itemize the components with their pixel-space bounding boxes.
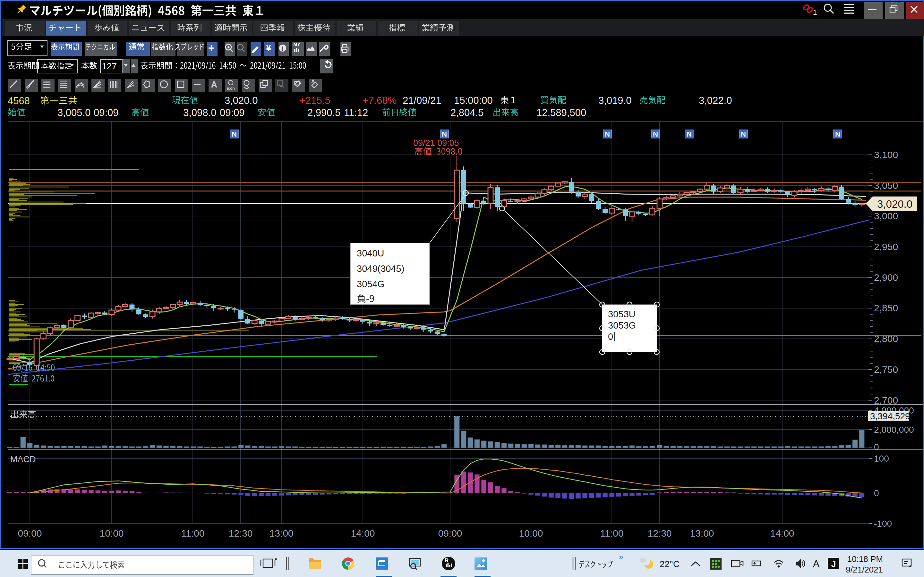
svg-text:3,019.0: 3,019.0	[598, 95, 632, 106]
svg-text:12,589,500: 12,589,500	[536, 107, 586, 118]
svg-text:N: N	[442, 130, 447, 138]
svg-text:J: J	[831, 559, 836, 569]
svg-text:10:00: 10:00	[519, 528, 543, 538]
svg-text:9/21/2021: 9/21/2021	[846, 565, 883, 574]
svg-text:11:12: 11:12	[344, 107, 368, 118]
svg-text:A: A	[813, 558, 820, 570]
svg-text:13:00: 13:00	[690, 528, 714, 538]
svg-text:09:09: 09:09	[94, 107, 119, 118]
svg-text:3,005.0: 3,005.0	[57, 107, 90, 118]
svg-text:22°C: 22°C	[660, 559, 680, 569]
svg-text:3,000: 3,000	[874, 211, 898, 221]
svg-text:3,050: 3,050	[874, 180, 898, 191]
svg-text:11:00: 11:00	[181, 528, 205, 538]
svg-text:N: N	[605, 130, 610, 138]
svg-text:MACD: MACD	[10, 455, 36, 464]
svg-text:¥: ¥	[266, 43, 271, 53]
svg-text:N: N	[835, 130, 840, 138]
svg-text:3,022.0: 3,022.0	[699, 95, 732, 106]
svg-text:3053G: 3053G	[608, 320, 636, 330]
svg-text:0: 0	[874, 442, 879, 452]
svg-text:A: A	[211, 80, 217, 89]
svg-text:0: 0	[874, 488, 879, 498]
svg-text:3053U: 3053U	[608, 309, 635, 319]
svg-text:09:00: 09:00	[438, 528, 462, 538]
svg-text:21/09/21: 21/09/21	[403, 95, 441, 106]
svg-text:3,394,529: 3,394,529	[870, 411, 910, 421]
svg-text:10:00: 10:00	[99, 528, 124, 538]
svg-text:+215.5: +215.5	[300, 95, 330, 106]
svg-text:3,100: 3,100	[874, 149, 898, 160]
svg-text:2,990.5: 2,990.5	[307, 107, 341, 118]
svg-text:09:00: 09:00	[18, 528, 42, 538]
svg-text:2,700: 2,700	[874, 395, 898, 406]
svg-text:»: »	[619, 552, 624, 562]
svg-text:N: N	[687, 130, 692, 138]
svg-text:2,950: 2,950	[874, 242, 898, 252]
svg-text:12:30: 12:30	[648, 528, 672, 538]
svg-text:A: A	[311, 79, 315, 84]
svg-text:13:00: 13:00	[269, 528, 293, 538]
svg-text:2,804.5: 2,804.5	[451, 107, 483, 118]
svg-text:15:00:00: 15:00:00	[454, 95, 493, 106]
svg-text:N: N	[653, 130, 658, 138]
svg-text:icon: icon	[227, 86, 235, 91]
svg-text:2,850: 2,850	[874, 303, 898, 313]
svg-text:14:00: 14:00	[351, 528, 375, 538]
svg-text:11:00: 11:00	[600, 528, 624, 538]
svg-text:-100: -100	[874, 519, 892, 529]
svg-text:09:09: 09:09	[220, 107, 245, 118]
svg-text:N: N	[232, 130, 237, 138]
svg-text:3,020.0: 3,020.0	[225, 95, 258, 106]
svg-text:100: 100	[874, 454, 889, 464]
svg-text:2,000,000: 2,000,000	[874, 425, 914, 435]
svg-text:127: 127	[102, 61, 117, 71]
svg-text:N: N	[741, 130, 746, 138]
svg-text:0: 0	[608, 332, 613, 342]
svg-text:14:00: 14:00	[770, 528, 794, 538]
svg-text:+7.68%: +7.68%	[363, 95, 397, 106]
svg-text:1: 1	[813, 8, 817, 16]
svg-text:09/21 09:05: 09/21 09:05	[413, 138, 459, 148]
svg-text:i: i	[282, 45, 284, 52]
svg-text:3054G: 3054G	[357, 279, 384, 289]
svg-text:3,020.0: 3,020.0	[877, 198, 913, 210]
svg-text:4568: 4568	[8, 95, 30, 106]
svg-text:12:30: 12:30	[228, 528, 252, 538]
svg-text:MY: MY	[294, 42, 300, 47]
svg-text:10:18 PM: 10:18 PM	[847, 554, 883, 564]
svg-text:2,750: 2,750	[874, 364, 898, 375]
svg-text:3040U: 3040U	[357, 248, 384, 258]
svg-text:2,900: 2,900	[874, 272, 898, 283]
svg-text:3049(3045): 3049(3045)	[357, 263, 404, 274]
svg-text:3,098.0: 3,098.0	[183, 107, 216, 118]
